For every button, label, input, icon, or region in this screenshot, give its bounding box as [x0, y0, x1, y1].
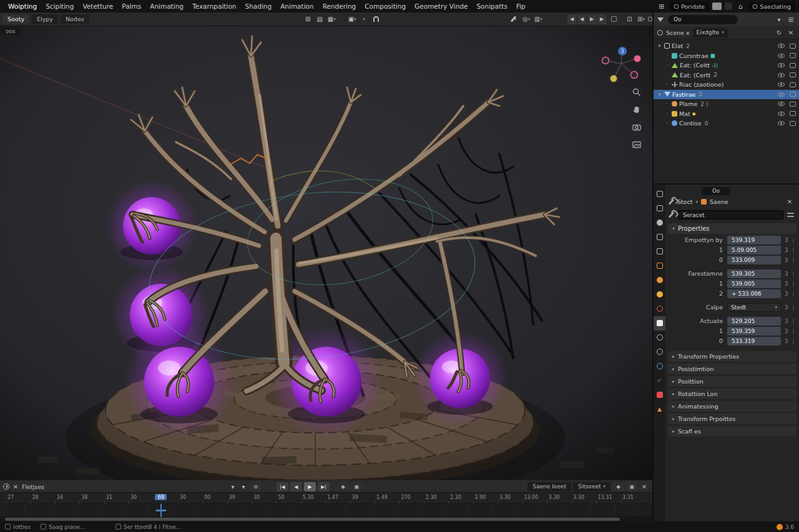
- field-menu-icon[interactable]: ⋮: [790, 281, 796, 287]
- expand-icon[interactable]: ▾: [657, 92, 662, 97]
- eye-icon[interactable]: [778, 44, 785, 48]
- frame-tick[interactable]: 39: [229, 495, 235, 500]
- frame-tick[interactable]: 5.30: [303, 495, 314, 500]
- frame-tick[interactable]: 30: [253, 495, 260, 500]
- data-path-pill[interactable]: Oo: [702, 187, 730, 195]
- clock-icon[interactable]: [3, 483, 9, 490]
- new-collection-icon[interactable]: ⊞: [787, 16, 795, 23]
- pan-hand-icon[interactable]: [630, 104, 643, 116]
- timeline-menu-close-icon[interactable]: ✕: [640, 483, 649, 490]
- frame-range-button[interactable]: Saene Ieeet: [527, 482, 571, 491]
- menu-item[interactable]: Animating: [145, 1, 188, 11]
- frame-tick[interactable]: 2.30: [450, 495, 461, 500]
- outliner-row[interactable]: ·Cursntrae■: [654, 51, 799, 61]
- eye-icon[interactable]: [778, 92, 785, 97]
- eye-icon[interactable]: [778, 82, 785, 87]
- value-field[interactable]: 529.205: [727, 317, 781, 326]
- material-swatch[interactable]: [725, 2, 732, 10]
- frame-tick[interactable]: 3.31: [622, 495, 634, 500]
- menu-item[interactable]: Texarnpaition: [188, 1, 240, 11]
- outliner-row[interactable]: ·Riac (zaotione): [654, 80, 799, 90]
- prop-tab-editor[interactable]: [654, 187, 665, 201]
- filter-icon[interactable]: [657, 17, 664, 22]
- screen-icon[interactable]: [790, 82, 796, 87]
- value-field[interactable]: 539.319: [727, 236, 781, 244]
- timeline-view-label[interactable]: Fletjses: [22, 483, 44, 490]
- eye-icon[interactable]: [778, 73, 785, 77]
- expand-icon[interactable]: ·: [664, 53, 670, 59]
- xray-toggle-icon[interactable]: ◎▾: [521, 14, 532, 24]
- value-field[interactable]: 539.305: [727, 269, 781, 278]
- value-field[interactable]: 539.359: [727, 327, 781, 336]
- screen-icon[interactable]: [790, 72, 796, 77]
- menu-item[interactable]: Sonipatts: [472, 1, 511, 11]
- expand-icon[interactable]: ·: [664, 62, 670, 68]
- frame-tick[interactable]: 00: [204, 495, 210, 500]
- field-menu-icon[interactable]: ⋮: [790, 237, 796, 243]
- timeline-close-icon[interactable]: ✕: [11, 483, 20, 490]
- gizmo-x-neg-axis[interactable]: [602, 57, 609, 64]
- prop-tab-world[interactable]: [654, 273, 665, 288]
- screen-icon[interactable]: [790, 44, 796, 49]
- screen-icon[interactable]: [790, 92, 796, 97]
- nav-next-button[interactable]: ▶: [587, 14, 597, 24]
- eye-icon[interactable]: [778, 54, 785, 58]
- prop-tab-tool[interactable]: [654, 201, 665, 216]
- menu-item[interactable]: Rendering: [318, 1, 361, 11]
- field-menu-icon[interactable]: ⋮: [790, 257, 796, 263]
- prop-tab-view-layer[interactable]: [654, 244, 665, 259]
- field-menu-icon[interactable]: ⋮: [790, 304, 796, 311]
- screen-icon[interactable]: [790, 111, 796, 116]
- filter-sliders-icon[interactable]: [787, 212, 794, 218]
- frame-tick[interactable]: 1.49: [376, 495, 388, 500]
- render-image-icon[interactable]: [630, 138, 643, 151]
- prop-tab-warning[interactable]: ▲: [654, 402, 665, 417]
- properties-search-input[interactable]: [678, 210, 783, 220]
- frame-tick[interactable]: 69: [155, 494, 167, 500]
- timeline-icon-button[interactable]: ◆: [337, 482, 349, 491]
- field-menu-icon[interactable]: ⋮: [790, 247, 796, 253]
- close-icon[interactable]: ✕: [787, 29, 795, 36]
- frame-tick[interactable]: 13.00: [524, 495, 538, 500]
- section-header[interactable]: ▸Rotattion Lon: [668, 389, 797, 399]
- value-field[interactable]: 533.009: [727, 256, 781, 264]
- menu-item[interactable]: Shading: [240, 1, 276, 11]
- eyedropper-icon[interactable]: ▾: [509, 14, 520, 24]
- section-header[interactable]: ▸Transform Prpoittes: [668, 414, 797, 424]
- frame-tick[interactable]: 39: [352, 495, 358, 500]
- frame-tick[interactable]: 28: [32, 495, 38, 500]
- field-menu-icon[interactable]: ⋮: [790, 338, 796, 344]
- field-menu-icon[interactable]: ⋮: [790, 328, 796, 334]
- keyframe-icon[interactable]: ◆: [612, 482, 624, 491]
- list-display-icon[interactable]: ▤: [315, 14, 325, 24]
- display-mode-dropdown[interactable]: Eixdglte ▾: [693, 28, 728, 37]
- playback-button[interactable]: ▶|: [318, 482, 330, 491]
- zoom-icon[interactable]: [630, 86, 643, 99]
- outliner-row[interactable]: ·Eat: (Ceitt-)): [654, 60, 799, 70]
- snap-magnet-icon[interactable]: [371, 14, 381, 24]
- menu-item[interactable]: Fip: [512, 1, 530, 11]
- frame-tick[interactable]: 3.30: [549, 495, 560, 500]
- eye-icon[interactable]: [778, 63, 785, 67]
- prop-tab-material[interactable]: [654, 359, 665, 374]
- frame-tick[interactable]: 27: [7, 495, 14, 500]
- outliner-row[interactable]: ·Mat▪: [654, 109, 799, 119]
- section-header[interactable]: ▸Scafl es: [668, 426, 797, 437]
- section-header[interactable]: ▸Transform Properties: [668, 351, 797, 362]
- prop-tab-constraints[interactable]: ✓: [654, 374, 665, 388]
- prop-tab-texture[interactable]: [654, 388, 665, 402]
- enum-dropdown[interactable]: Stedt▾: [727, 303, 781, 312]
- menu-item[interactable]: Palms: [117, 1, 145, 11]
- playhead-handle[interactable]: [156, 510, 166, 511]
- eye-icon[interactable]: [778, 112, 785, 116]
- frame-tick[interactable]: 1.47: [327, 495, 338, 500]
- tool-dropdown-label[interactable]: Stoct: [677, 198, 693, 205]
- value-field[interactable]: 5.09.005: [727, 246, 781, 254]
- menu-item[interactable]: Woipting: [4, 1, 41, 11]
- playback-button[interactable]: ▶: [304, 482, 316, 491]
- prop-tab-modifiers[interactable]: [654, 331, 665, 345]
- menu-item[interactable]: Vetetture: [78, 1, 117, 11]
- editor-tab[interactable]: Elypy: [32, 14, 58, 24]
- expand-icon[interactable]: ·: [664, 72, 670, 78]
- frame-tick[interactable]: 38: [81, 495, 87, 500]
